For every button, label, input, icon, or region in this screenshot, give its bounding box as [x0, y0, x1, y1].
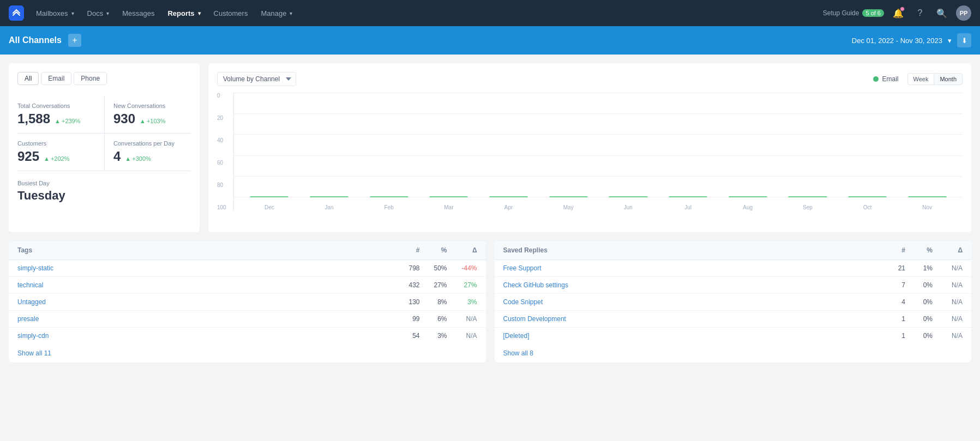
nav-right-actions: Setup Guide 5 of 6 🔔 ? 🔍 PP	[823, 5, 971, 21]
x-label: Jun	[598, 204, 658, 210]
bar-group-apr	[479, 196, 539, 197]
tag-name[interactable]: Untagged	[17, 298, 387, 306]
chevron-down-icon: ▾	[198, 10, 201, 16]
notifications-button[interactable]: 🔔	[891, 5, 906, 21]
sr-name[interactable]: Custom Development	[503, 315, 873, 323]
table-row: technical 432 27% 27%	[9, 277, 486, 294]
sr-delta: N/A	[933, 281, 963, 289]
bar	[788, 196, 827, 197]
nav-item-customers[interactable]: Customers	[208, 6, 254, 21]
filter-tab-email[interactable]: Email	[41, 72, 71, 85]
sr-num: 21	[873, 264, 905, 272]
tag-name[interactable]: simply-static	[17, 264, 387, 272]
time-btn-week[interactable]: Week	[907, 73, 934, 85]
sr-delta: N/A	[933, 264, 963, 272]
th-tags-name: Tags	[17, 246, 387, 254]
tag-pct: 3%	[420, 332, 447, 340]
chevron-down-icon: ▾	[71, 10, 74, 16]
tag-name[interactable]: simply-cdn	[17, 332, 387, 340]
legend-dot-email	[873, 76, 879, 82]
sr-name[interactable]: Free Support	[503, 264, 873, 272]
bar	[489, 196, 528, 197]
tag-delta: -44%	[447, 264, 477, 272]
time-toggle: Week Month	[907, 73, 963, 85]
chevron-down-icon: ▾	[106, 10, 109, 16]
chart-type-select[interactable]: Volume by Channel Volume by Agent Volume…	[217, 72, 296, 86]
bar-group-dec	[239, 196, 299, 197]
logo[interactable]	[9, 5, 24, 21]
date-range-picker[interactable]: Dec 01, 2022 - Nov 30, 2023	[852, 37, 942, 45]
stat-customers: Customers 925 ▲ +202%	[17, 134, 104, 171]
sr-delta: N/A	[933, 332, 963, 340]
sr-delta: N/A	[933, 315, 963, 323]
bar	[370, 196, 408, 197]
th-sr-num: #	[873, 246, 905, 254]
x-label: May	[538, 204, 598, 210]
stat-label: New Conversations	[113, 102, 191, 109]
chevron-down-icon: ▾	[290, 10, 292, 16]
bar	[729, 196, 767, 197]
page-header: All Channels + Dec 01, 2022 - Nov 30, 20…	[0, 26, 980, 55]
bar-group-mar	[419, 196, 479, 197]
x-label: Apr	[479, 204, 539, 210]
top-navigation: Mailboxes ▾ Docs ▾ Messages Reports ▾ Cu…	[0, 0, 980, 26]
chart-panel: Volume by Channel Volume by Agent Volume…	[208, 63, 971, 232]
stat-value: 930	[113, 111, 135, 126]
add-channel-button[interactable]: +	[68, 34, 81, 47]
table-row: Free Support 21 1% N/A	[495, 260, 972, 277]
sr-name[interactable]: [Deleted]	[503, 332, 873, 340]
sr-name[interactable]: Check GitHub settings	[503, 281, 873, 289]
sr-rows: Free Support 21 1% N/A Check GitHub sett…	[495, 260, 972, 344]
bar-group-oct	[838, 196, 898, 197]
tag-num: 99	[387, 315, 420, 323]
sr-show-all[interactable]: Show all 8	[495, 344, 972, 363]
setup-guide[interactable]: Setup Guide 5 of 6	[823, 9, 884, 17]
avatar[interactable]: PP	[956, 5, 971, 21]
stat-label: Conversations per Day	[113, 140, 191, 147]
help-button[interactable]: ?	[912, 5, 928, 21]
x-label: Feb	[359, 204, 419, 210]
bar-group-may	[538, 196, 598, 197]
stats-grid: Total Conversations 1,588 ▲ +239% New Co…	[17, 96, 191, 171]
sr-num: 1	[873, 315, 905, 323]
stat-change: ▲ +239%	[55, 118, 80, 124]
nav-item-mailboxes[interactable]: Mailboxes ▾	[31, 6, 80, 21]
nav-item-docs[interactable]: Docs ▾	[82, 6, 115, 21]
svg-rect-0	[9, 5, 24, 21]
tag-name[interactable]: presale	[17, 315, 387, 323]
tag-pct: 27%	[420, 281, 447, 289]
tag-name[interactable]: technical	[17, 281, 387, 289]
x-label: Jul	[658, 204, 718, 210]
tag-delta: 27%	[447, 281, 477, 289]
nav-item-messages[interactable]: Messages	[117, 6, 160, 21]
stat-value: 4	[113, 149, 121, 164]
nav-item-manage[interactable]: Manage ▾	[255, 6, 298, 21]
time-btn-month[interactable]: Month	[934, 73, 963, 85]
top-section: All Email Phone Total Conversations 1,58…	[9, 63, 971, 232]
filter-tabs: All Email Phone	[17, 72, 191, 85]
sr-pct: 0%	[905, 281, 933, 289]
filter-tab-all[interactable]: All	[17, 72, 39, 85]
download-button[interactable]: ⬇	[957, 33, 971, 47]
tag-num: 432	[387, 281, 420, 289]
nav-item-reports[interactable]: Reports ▾	[162, 6, 206, 21]
search-button[interactable]: 🔍	[934, 5, 949, 21]
bar-group-feb	[359, 196, 419, 197]
main-content: All Email Phone Total Conversations 1,58…	[0, 55, 980, 371]
tag-num: 130	[387, 298, 420, 306]
th-tags-num: #	[387, 246, 420, 254]
table-row: simply-static 798 50% -44%	[9, 260, 486, 277]
busiest-day-value: Tuesday	[17, 189, 191, 203]
stat-value: 1,588	[17, 111, 50, 126]
saved-replies-table-header: Saved Replies # % Δ	[495, 241, 972, 260]
sr-num: 7	[873, 281, 905, 289]
tag-delta: 3%	[447, 298, 477, 306]
chart-header: Volume by Channel Volume by Agent Volume…	[217, 72, 963, 86]
th-tags-delta: Δ	[447, 246, 477, 254]
table-row: Code Snippet 4 0% N/A	[495, 294, 972, 311]
filter-tab-phone[interactable]: Phone	[74, 72, 107, 85]
bar	[908, 196, 947, 197]
tag-delta: N/A	[447, 332, 477, 340]
tags-show-all[interactable]: Show all 11	[9, 344, 486, 363]
sr-name[interactable]: Code Snippet	[503, 298, 873, 306]
